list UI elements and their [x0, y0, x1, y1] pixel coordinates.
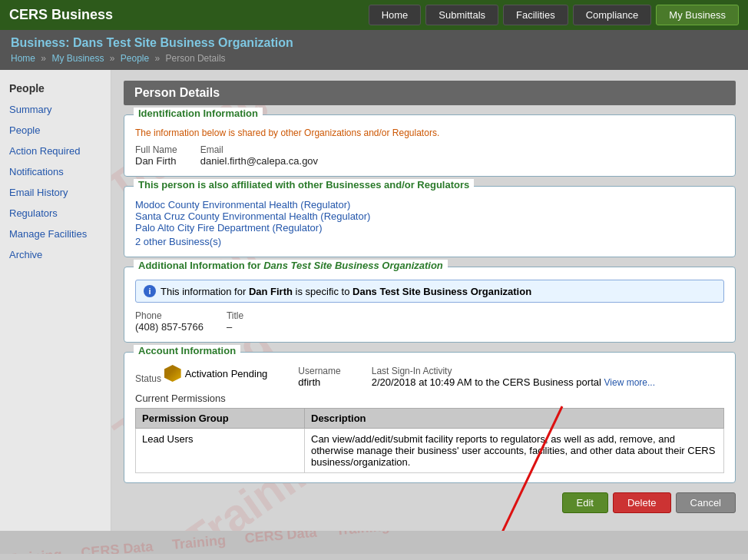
additional-legend: Additional Information for Dans Test Sit… [134, 260, 448, 271]
compliance-nav-button[interactable]: Compliance [573, 5, 652, 25]
identification-section: Identification Information The informati… [124, 114, 736, 177]
title-label: Title [227, 310, 243, 321]
last-signin-label: Last Sign-In Activity [372, 366, 452, 376]
sidebar-item-people[interactable]: People [0, 120, 111, 141]
business-header: Business: Dans Test Site Business Organi… [0, 30, 748, 70]
content-area: Training Training Training Training Pers… [111, 70, 748, 531]
last-signin-value: 2/20/2018 at 10:49 AM to the CERS Busine… [372, 376, 655, 388]
sidebar-item-email-history[interactable]: Email History [0, 182, 111, 203]
additional-info-box: i This information for Dan Firth is spec… [135, 280, 724, 303]
status-value: Activation Pending [185, 368, 268, 379]
action-buttons: Edit Delete Cancel [124, 492, 736, 513]
submittals-nav-button[interactable]: Submittals [425, 5, 498, 25]
breadcrumb-current: Person Details [166, 53, 226, 64]
email-field: Email daniel.firth@calepa.ca.gov [200, 144, 318, 167]
identification-alert: The information below is shared by other… [135, 128, 724, 138]
affiliations-legend: This person is also affiliated with othe… [134, 179, 474, 191]
sidebar: People Summary People Action Required No… [0, 70, 111, 531]
sidebar-item-regulators[interactable]: Regulators [0, 203, 111, 224]
perm-col-group: Permission Group [136, 409, 305, 429]
identification-legend: Identification Information [134, 108, 263, 119]
view-more-link[interactable]: View more... [604, 377, 655, 388]
identification-fields: Full Name Dan Firth Email daniel.firth@c… [135, 144, 724, 167]
full-name-field: Full Name Dan Firth [135, 144, 177, 167]
additional-fields: Phone (408) 857-5766 Title – [135, 310, 724, 333]
perm-group-0: Lead Users [136, 429, 305, 473]
app-title: CERS Business [9, 7, 364, 23]
account-section: Account Information Status Activation Pe… [124, 352, 736, 483]
page-title: Person Details [124, 81, 736, 105]
breadcrumb: Home » My Business » People » Person Det… [11, 53, 737, 64]
my-business-nav-button[interactable]: My Business [656, 5, 739, 25]
email-label: Email [200, 144, 318, 155]
sidebar-item-notifications[interactable]: Notifications [0, 161, 111, 182]
breadcrumb-people[interactable]: People [121, 53, 149, 64]
sidebar-item-manage-facilities[interactable]: Manage Facilities [0, 224, 111, 244]
perm-desc-0: Can view/add/edit/submit facility report… [305, 429, 724, 473]
affil-link-0[interactable]: Modoc County Environmental Health (Regul… [135, 199, 724, 210]
username-label: Username [298, 366, 340, 376]
bottom-strip: Training CERS Data Training CERS Data Tr… [0, 531, 748, 554]
account-legend: Account Information [134, 345, 240, 356]
shield-icon [164, 365, 181, 382]
affiliations-section: This person is also affiliated with othe… [124, 186, 736, 257]
edit-button[interactable]: Edit [562, 492, 608, 513]
breadcrumb-my-business[interactable]: My Business [51, 53, 104, 64]
account-header-row: Status Activation Pending Username dfirt… [135, 365, 724, 388]
affil-link-1[interactable]: Santa Cruz County Environmental Health (… [135, 210, 724, 222]
business-label: Business: [11, 36, 69, 49]
last-signin-field: Last Sign-In Activity 2/20/2018 at 10:49… [372, 365, 655, 388]
full-name-label: Full Name [135, 144, 177, 155]
phone-value: (408) 857-5766 [135, 321, 204, 333]
perm-row-0: Lead Users Can view/add/edit/submit faci… [136, 429, 724, 473]
main-layout: People Summary People Action Required No… [0, 70, 748, 531]
bottom-watermark: Training CERS Data Training CERS Data Tr… [8, 531, 390, 554]
full-name-value: Dan Firth [135, 155, 177, 167]
phone-field: Phone (408) 857-5766 [135, 310, 204, 333]
affil-other: 2 other Business(s) [135, 236, 724, 247]
status-field: Status Activation Pending [135, 365, 267, 384]
perm-col-desc: Description [305, 409, 724, 429]
info-icon: i [144, 285, 156, 297]
affil-link-2[interactable]: Palo Alto City Fire Department (Regulato… [135, 222, 724, 234]
username-field: Username dfirth [298, 365, 340, 388]
status-badge: Activation Pending [164, 365, 268, 382]
phone-label: Phone [135, 310, 204, 321]
username-value: dfirth [298, 376, 340, 388]
business-title: Business: Dans Test Site Business Organi… [11, 36, 737, 50]
facilities-nav-button[interactable]: Facilities [503, 5, 568, 25]
additional-section: Additional Information for Dans Test Sit… [124, 267, 736, 343]
home-nav-button[interactable]: Home [369, 5, 422, 25]
cancel-button[interactable]: Cancel [676, 492, 736, 513]
sidebar-item-action-required[interactable]: Action Required [0, 141, 111, 161]
status-label: Status [135, 373, 161, 384]
current-permissions-label: Current Permissions [135, 393, 724, 404]
sidebar-item-summary[interactable]: Summary [0, 99, 111, 120]
title-value: – [227, 321, 243, 333]
top-navigation: CERS Business Home Submittals Facilities… [0, 0, 748, 30]
email-value: daniel.firth@calepa.ca.gov [200, 155, 318, 167]
sidebar-item-archive[interactable]: Archive [0, 244, 111, 265]
breadcrumb-home[interactable]: Home [11, 53, 35, 64]
business-name: Dans Test Site Business Organization [73, 36, 293, 49]
delete-button[interactable]: Delete [613, 492, 671, 513]
title-field: Title – [227, 310, 243, 333]
sidebar-section-label: People [0, 78, 111, 99]
permissions-table: Permission Group Description Lead Users … [135, 408, 724, 473]
